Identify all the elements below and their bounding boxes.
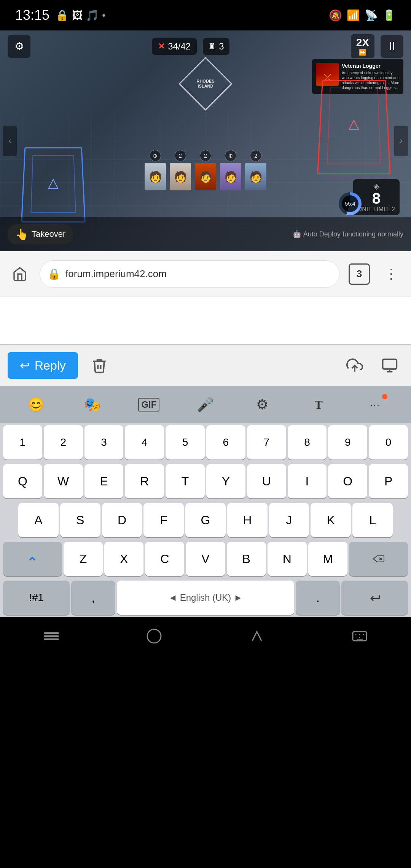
- auto-deploy-display: 🤖 Auto Deploy functioning normally: [293, 230, 403, 238]
- key-d[interactable]: D: [102, 503, 142, 537]
- char-3-container[interactable]: 2 🧑: [195, 150, 216, 190]
- speed-value: 2X: [356, 37, 369, 49]
- signal-icon: 📡: [365, 9, 378, 22]
- char-5-sprite: 🧑: [245, 163, 266, 190]
- speed-button[interactable]: 2X ⏩: [351, 34, 374, 58]
- takeover-button[interactable]: 👆 Takeover: [8, 224, 73, 244]
- takeover-icon: 👆: [15, 228, 29, 241]
- nav-recent-button[interactable]: [242, 621, 272, 651]
- url-bar[interactable]: 🔒 forum.imperium42.com: [40, 260, 339, 288]
- tower-icon: ♜: [208, 41, 216, 51]
- nav-home-button[interactable]: [139, 621, 169, 651]
- char-1-circle: ⊕: [150, 150, 161, 161]
- emoji-toolbar-button[interactable]: 😊: [21, 391, 51, 418]
- upload-button[interactable]: [341, 352, 368, 379]
- key-y[interactable]: Y: [206, 464, 245, 498]
- delete-button[interactable]: [86, 352, 113, 379]
- key-h[interactable]: H: [227, 503, 268, 537]
- reply-button[interactable]: ↩ Reply: [8, 352, 78, 379]
- key-5[interactable]: 5: [166, 425, 205, 460]
- key-f[interactable]: F: [143, 503, 184, 537]
- mic-toolbar-button[interactable]: 🎤: [190, 391, 221, 418]
- settings-toolbar-button[interactable]: ⚙: [247, 391, 277, 418]
- key-e[interactable]: E: [84, 464, 124, 498]
- key-2[interactable]: 2: [44, 425, 83, 460]
- key-3[interactable]: 3: [84, 425, 124, 460]
- key-8[interactable]: 8: [288, 425, 327, 460]
- key-a[interactable]: A: [18, 503, 59, 537]
- nav-back-button[interactable]: [36, 621, 67, 651]
- status-time: 13:15: [15, 7, 49, 23]
- key-comma[interactable]: ,: [71, 581, 115, 615]
- key-o[interactable]: O: [328, 464, 367, 498]
- reply-text-input[interactable]: [0, 297, 411, 343]
- key-p[interactable]: P: [369, 464, 408, 498]
- key-b[interactable]: B: [227, 542, 266, 576]
- char-4-container[interactable]: ⊕ 🧑: [220, 150, 241, 190]
- tabs-button[interactable]: 3: [347, 262, 371, 286]
- hud-side-left[interactable]: ‹: [3, 126, 17, 156]
- pause-button[interactable]: ⏸: [381, 35, 403, 58]
- rhodes-text: RHODESISLAND: [196, 79, 214, 89]
- key-r[interactable]: R: [125, 464, 164, 498]
- lock-icon: 🔒: [48, 268, 61, 280]
- svg-point-9: [147, 629, 161, 643]
- key-4[interactable]: 4: [125, 425, 164, 460]
- key-m[interactable]: M: [308, 542, 347, 576]
- nav-keyboard-button[interactable]: [344, 621, 375, 651]
- svg-rect-1: [383, 359, 397, 369]
- key-0[interactable]: 0: [369, 425, 408, 460]
- sim-icon: 🔒: [56, 9, 69, 22]
- sticker-icon: 🎭: [84, 397, 101, 413]
- key-w[interactable]: W: [44, 464, 83, 498]
- key-l[interactable]: L: [352, 503, 393, 537]
- display-button[interactable]: [376, 352, 403, 379]
- key-q[interactable]: Q: [3, 464, 42, 498]
- key-7[interactable]: 7: [247, 425, 286, 460]
- key-t[interactable]: T: [166, 464, 205, 498]
- mic-icon: 🎤: [197, 397, 214, 413]
- key-k[interactable]: K: [311, 503, 351, 537]
- key-9[interactable]: 9: [328, 425, 367, 460]
- hud-settings-button[interactable]: ⚙: [8, 35, 30, 58]
- char-1-sprite: 🧑: [145, 163, 166, 190]
- key-j[interactable]: J: [269, 503, 309, 537]
- char-5-container[interactable]: 2 🧑: [245, 150, 266, 190]
- key-n[interactable]: N: [268, 542, 307, 576]
- key-g[interactable]: G: [185, 503, 226, 537]
- text-toolbar-button[interactable]: T: [303, 391, 334, 418]
- sticker-toolbar-button[interactable]: 🎭: [77, 391, 108, 418]
- key-v[interactable]: V: [186, 542, 225, 576]
- char-1-container[interactable]: ⊕ 🧑: [145, 150, 166, 190]
- svg-rect-6: [44, 632, 59, 634]
- browser-menu-button[interactable]: ⋮: [379, 262, 403, 286]
- home-button[interactable]: [8, 262, 32, 286]
- nav-bar: [0, 617, 411, 655]
- key-period[interactable]: .: [296, 581, 340, 615]
- asdf-row: A S D F G H J K L: [0, 501, 411, 539]
- key-i[interactable]: I: [288, 464, 327, 498]
- char-2-container[interactable]: 2 🧑: [170, 150, 191, 190]
- char-5-circle: 2: [250, 150, 261, 161]
- key-shift[interactable]: [3, 542, 62, 576]
- key-enter[interactable]: [341, 581, 408, 615]
- game-area[interactable]: ‹ › ⚙ ✕ 34/42 ♜ 3 2X ⏩ ⏸ RHODESISLAND: [0, 30, 411, 251]
- keyboard-toolbar: 😊 🎭 GIF 🎤 ⚙ T ···: [0, 386, 411, 423]
- tower-display: ♜ 3: [203, 38, 229, 55]
- key-6[interactable]: 6: [206, 425, 245, 460]
- key-backspace[interactable]: [349, 542, 408, 576]
- period-label: .: [316, 591, 320, 605]
- key-symbols[interactable]: !#1: [3, 581, 70, 615]
- hud-side-right[interactable]: ›: [394, 126, 408, 156]
- key-z[interactable]: Z: [64, 542, 103, 576]
- key-space[interactable]: ◄ English (UK) ►: [117, 581, 294, 615]
- more-toolbar-button[interactable]: ···: [360, 391, 390, 418]
- key-1[interactable]: 1: [3, 425, 42, 460]
- number-row: 1 2 3 4 5 6 7 8 9 0: [0, 423, 411, 462]
- key-u[interactable]: U: [247, 464, 286, 498]
- gif-toolbar-button[interactable]: GIF: [134, 391, 164, 418]
- key-x[interactable]: X: [104, 542, 143, 576]
- enemy-count-value: 34/42: [168, 41, 191, 52]
- key-s[interactable]: S: [60, 503, 100, 537]
- key-c[interactable]: C: [145, 542, 184, 576]
